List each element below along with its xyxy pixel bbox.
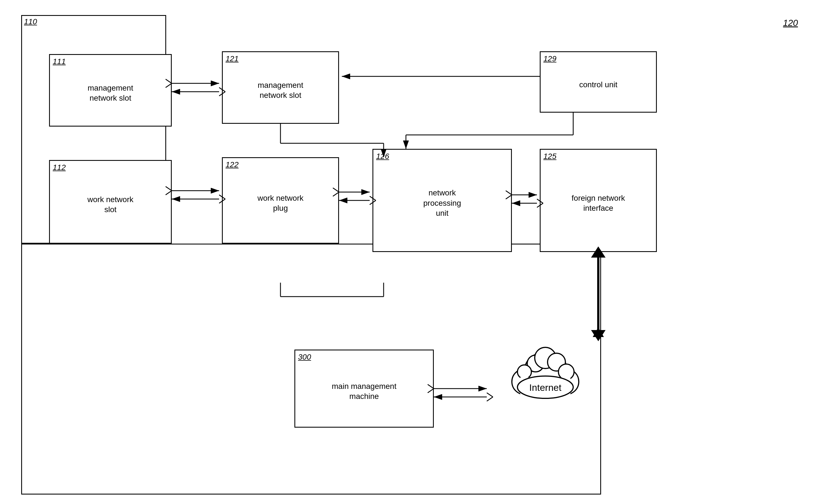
box-122: 122 work networkplug	[222, 157, 339, 243]
number-126: 126	[376, 152, 389, 161]
box-126: 126 networkprocessingunit	[372, 149, 512, 252]
label-120: 120	[783, 18, 798, 28]
number-112: 112	[53, 163, 66, 172]
svg-point-4	[517, 365, 531, 379]
cloud-svg: Internet	[490, 336, 601, 436]
number-122: 122	[225, 160, 238, 169]
box-129: 129 control unit	[540, 51, 657, 113]
number-300: 300	[298, 353, 311, 362]
label-122: work networkplug	[258, 193, 304, 213]
label-112: work networkslot	[88, 195, 134, 215]
diagram: 110 120 111 managementnetwork slot 112 w…	[21, 15, 802, 489]
label-111: managementnetwork slot	[88, 83, 133, 104]
box-111: 111 managementnetwork slot	[49, 54, 172, 127]
label-121: managementnetwork slot	[258, 80, 303, 101]
internet-cloud: Internet	[490, 336, 601, 436]
label-125: foreign networkinterface	[571, 193, 625, 213]
number-121: 121	[225, 54, 238, 63]
box-300: 300 main managementmachine	[294, 350, 434, 428]
number-125: 125	[543, 152, 556, 161]
label-300: main managementmachine	[332, 381, 396, 402]
number-111: 111	[53, 57, 66, 66]
label-129: control unit	[579, 80, 618, 90]
box-125: 125 foreign networkinterface	[540, 149, 657, 252]
internet-label: Internet	[529, 382, 561, 393]
box-121: 121 managementnetwork slot	[222, 51, 339, 124]
label-110: 110	[24, 17, 37, 26]
label-126: networkprocessingunit	[423, 188, 461, 218]
number-129: 129	[543, 54, 556, 63]
box-112: 112 work networkslot	[49, 160, 172, 243]
